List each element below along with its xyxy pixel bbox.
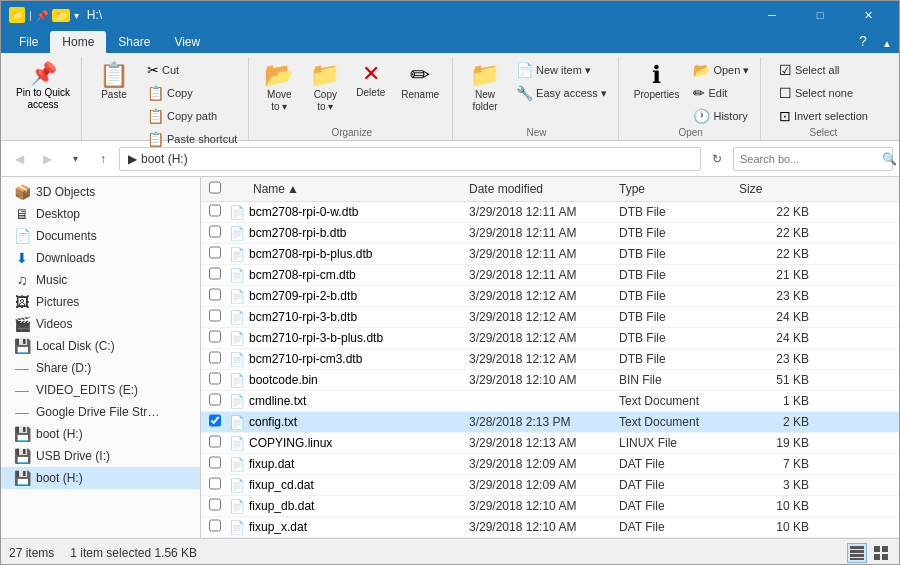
tab-file[interactable]: File — [7, 31, 50, 53]
row-checkbox[interactable] — [209, 498, 225, 514]
table-row[interactable]: 📄 fixup_x.dat 3/29/2018 12:10 AM DAT Fil… — [201, 517, 899, 538]
recent-locations-button[interactable]: ▾ — [63, 147, 87, 171]
row-checkbox[interactable] — [209, 435, 225, 451]
table-row[interactable]: 📄 COPYING.linux 3/29/2018 12:13 AM LINUX… — [201, 433, 899, 454]
forward-button[interactable]: ▶ — [35, 147, 59, 171]
table-row[interactable]: 📄 cmdline.txt Text Document 1 KB — [201, 391, 899, 412]
table-row[interactable]: 📄 bcm2710-rpi-3-b.dtb 3/29/2018 12:12 AM… — [201, 307, 899, 328]
ribbon-help-button[interactable]: ? — [851, 29, 875, 53]
sidebar-item-music[interactable]: ♫ Music — [1, 269, 200, 291]
pin-icon: 📌 — [30, 61, 57, 87]
file-size: 22 KB — [739, 247, 809, 261]
table-row[interactable]: 📄 fixup.dat 3/29/2018 12:09 AM DAT File … — [201, 454, 899, 475]
back-button[interactable]: ◀ — [7, 147, 31, 171]
select-none-button[interactable]: ☐ Select none — [774, 82, 873, 104]
table-row[interactable]: 📄 bcm2710-rpi-cm3.dtb 3/29/2018 12:12 AM… — [201, 349, 899, 370]
table-row[interactable]: 📄 fixup_cd.dat 3/29/2018 12:09 AM DAT Fi… — [201, 475, 899, 496]
row-checkbox[interactable] — [209, 393, 225, 409]
sidebar-item-3d-objects[interactable]: 📦 3D Objects — [1, 181, 200, 203]
sidebar-item-boot-h2[interactable]: 💾 boot (H:) — [1, 467, 200, 489]
minimize-button[interactable]: ─ — [749, 1, 795, 29]
copy-to-button[interactable]: 📁 Copyto ▾ — [303, 59, 347, 117]
desktop-label: Desktop — [36, 207, 80, 221]
pin-to-quick-access-button[interactable]: 📌 Pin to Quick access — [11, 59, 75, 113]
size-header-label: Size — [739, 182, 762, 196]
row-checkbox[interactable] — [209, 414, 225, 430]
row-checkbox[interactable] — [209, 477, 225, 493]
close-button[interactable]: ✕ — [845, 1, 891, 29]
sidebar: 📦 3D Objects 🖥 Desktop 📄 Documents ⬇ Dow… — [1, 177, 201, 538]
title-bar-separator: | — [29, 9, 32, 21]
documents-icon: 📄 — [13, 228, 31, 244]
rename-button[interactable]: ✏ Rename — [394, 59, 446, 105]
table-row[interactable]: 📄 bcm2708-rpi-b.dtb 3/29/2018 12:11 AM D… — [201, 223, 899, 244]
copy-path-button[interactable]: 📋 Copy path — [142, 105, 242, 127]
tab-home[interactable]: Home — [50, 31, 106, 53]
column-name-header[interactable]: Name ▲ — [229, 182, 469, 196]
row-checkbox[interactable] — [209, 246, 225, 262]
open-label: Open — [678, 127, 702, 140]
copy-button[interactable]: 📋 Copy — [142, 82, 242, 104]
sidebar-item-google-drive[interactable]: — Google Drive File Stream ( — [1, 401, 200, 423]
delete-button[interactable]: ✕ Delete — [349, 59, 392, 103]
new-folder-button[interactable]: 📁 Newfolder — [461, 59, 509, 117]
dropdown-icon[interactable]: ▾ — [74, 10, 79, 21]
row-checkbox[interactable] — [209, 267, 225, 283]
edit-button[interactable]: ✏ Edit — [688, 82, 754, 104]
table-row[interactable]: 📄 bcm2708-rpi-0-w.dtb 3/29/2018 12:11 AM… — [201, 202, 899, 223]
paste-button[interactable]: 📋 Paste — [90, 59, 138, 105]
sidebar-item-share-d[interactable]: — Share (D:) — [1, 357, 200, 379]
tab-view[interactable]: View — [162, 31, 212, 53]
sidebar-item-local-disk[interactable]: 💾 Local Disk (C:) — [1, 335, 200, 357]
sidebar-item-boot-h[interactable]: 💾 boot (H:) — [1, 423, 200, 445]
sidebar-item-usb-drive[interactable]: 💾 USB Drive (I:) — [1, 445, 200, 467]
header-checkbox[interactable] — [209, 181, 225, 197]
row-checkbox[interactable] — [209, 288, 225, 304]
maximize-button[interactable]: □ — [797, 1, 843, 29]
refresh-button[interactable]: ↻ — [705, 147, 729, 171]
move-to-button[interactable]: 📂 Moveto ▾ — [257, 59, 301, 117]
easy-access-button[interactable]: 🔧 Easy access ▾ — [511, 82, 612, 104]
address-path[interactable]: ▶ boot (H:) — [119, 147, 701, 171]
row-checkbox[interactable] — [209, 351, 225, 367]
table-row[interactable]: 📄 fixup_db.dat 3/29/2018 12:10 AM DAT Fi… — [201, 496, 899, 517]
new-item-button[interactable]: 📄 New item ▾ — [511, 59, 612, 81]
row-checkbox[interactable] — [209, 309, 225, 325]
sidebar-item-pictures[interactable]: 🖼 Pictures — [1, 291, 200, 313]
large-icons-view-button[interactable] — [871, 543, 891, 563]
quick-access-icon[interactable]: 📌 — [36, 10, 48, 21]
tab-share[interactable]: Share — [106, 31, 162, 53]
search-box[interactable]: 🔍 — [733, 147, 893, 171]
details-view-button[interactable] — [847, 543, 867, 563]
table-row[interactable]: 📄 bcm2710-rpi-3-b-plus.dtb 3/29/2018 12:… — [201, 328, 899, 349]
sidebar-item-desktop[interactable]: 🖥 Desktop — [1, 203, 200, 225]
table-row[interactable]: 📄 bcm2708-rpi-cm.dtb 3/29/2018 12:11 AM … — [201, 265, 899, 286]
table-row[interactable]: 📄 config.txt 3/28/2018 2:13 PM Text Docu… — [201, 412, 899, 433]
row-checkbox[interactable] — [209, 330, 225, 346]
search-input[interactable] — [740, 153, 878, 165]
table-row[interactable]: 📄 bootcode.bin 3/29/2018 12:10 AM BIN Fi… — [201, 370, 899, 391]
sidebar-item-downloads[interactable]: ⬇ Downloads — [1, 247, 200, 269]
ribbon-collapse-button[interactable]: ▲ — [875, 33, 899, 53]
table-row[interactable]: 📄 bcm2709-rpi-2-b.dtb 3/29/2018 12:12 AM… — [201, 286, 899, 307]
history-label: History — [713, 110, 747, 122]
open-button[interactable]: 📂 Open ▾ — [688, 59, 754, 81]
up-button[interactable]: ↑ — [91, 147, 115, 171]
row-checkbox[interactable] — [209, 372, 225, 388]
cut-button[interactable]: ✂ Cut — [142, 59, 242, 81]
sidebar-item-videos[interactable]: 🎬 Videos — [1, 313, 200, 335]
row-checkbox[interactable] — [209, 519, 225, 535]
sidebar-item-documents[interactable]: 📄 Documents — [1, 225, 200, 247]
invert-selection-button[interactable]: ⊡ Invert selection — [774, 105, 873, 127]
column-type-header[interactable]: Type — [619, 182, 739, 196]
history-button[interactable]: 🕐 History — [688, 105, 754, 127]
sidebar-item-video-edits[interactable]: — VIDEO_EDITS (E:) — [1, 379, 200, 401]
row-checkbox[interactable] — [209, 204, 225, 220]
column-size-header[interactable]: Size — [739, 182, 809, 196]
properties-button[interactable]: ℹ Properties — [627, 59, 687, 105]
row-checkbox[interactable] — [209, 225, 225, 241]
select-all-button[interactable]: ☑ Select all — [774, 59, 873, 81]
table-row[interactable]: 📄 bcm2708-rpi-b-plus.dtb 3/29/2018 12:11… — [201, 244, 899, 265]
row-checkbox[interactable] — [209, 456, 225, 472]
column-date-header[interactable]: Date modified — [469, 182, 619, 196]
